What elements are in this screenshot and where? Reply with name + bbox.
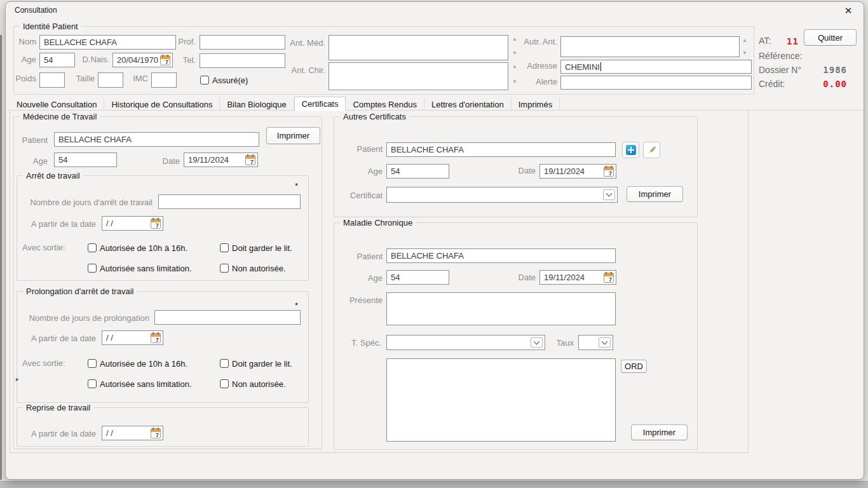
prolongation-option-checkbox-3[interactable] [88, 379, 97, 388]
prolongation-option-checkbox-2[interactable] [220, 359, 229, 368]
arret-option-checkbox-3[interactable] [88, 264, 97, 273]
mc-imprimer-button[interactable]: Imprimer [631, 424, 688, 440]
mt-date-field[interactable]: 19/11/2024 7 [184, 152, 258, 167]
ac-date-field[interactable]: 19/11/2024 7 [539, 164, 616, 179]
ant-chir-spin-up-icon[interactable]: ▲ [512, 64, 517, 69]
tab-certificats[interactable]: Certificats [294, 97, 346, 111]
arret-jours-field[interactable] [158, 194, 301, 209]
ac-imprimer-button[interactable]: Imprimer [627, 186, 683, 202]
tab-bar: Nouvelle Consultation Historique de Cons… [10, 96, 560, 111]
mc-patient-field[interactable]: BELLACHE CHAFA [386, 248, 616, 263]
mt-age-label: Age [20, 156, 48, 166]
prolongation-date-value: / / [106, 333, 113, 342]
quitter-button[interactable]: Quitter [804, 29, 857, 46]
ant-med-spin-down-icon[interactable]: ▼ [512, 51, 517, 56]
prolongation-jours-field[interactable] [154, 310, 301, 325]
calendar-icon[interactable]: 7 [151, 428, 161, 438]
prolongation-jours-label: Nombre de jours de prolongation [24, 313, 149, 323]
prolongation-option-label-1: Autorisée de 10h à 16h. [100, 359, 187, 369]
prolongation-option-label-3: Autorisée sans limitation. [100, 379, 192, 389]
mc-patient-label: Patient [347, 252, 383, 261]
ord-button[interactable]: ORD [621, 360, 647, 373]
age-field[interactable]: 54 [39, 53, 75, 67]
mc-notes-field[interactable] [386, 358, 616, 442]
calendar-icon[interactable]: 7 [160, 55, 170, 65]
arret-date-field[interactable]: / / 7 [102, 216, 163, 231]
mc-date-field[interactable]: 19/11/2024 7 [539, 270, 616, 285]
tel-field[interactable] [200, 53, 285, 68]
autr-ant-spin-down-icon[interactable]: ▼ [742, 51, 747, 56]
certificat-dropdown[interactable] [386, 187, 618, 203]
mt-age-field[interactable]: 54 [54, 152, 117, 167]
prolongation-option-checkbox-4[interactable] [220, 379, 229, 388]
imc-field[interactable] [151, 72, 177, 88]
identite-patient-group: Identité Patient Nom BELLACHE CHAFA Prof… [13, 26, 754, 95]
nom-field[interactable]: BELLACHE CHAFA [39, 35, 176, 50]
tab-lettres-orientation[interactable]: Lettres d'orientation [424, 98, 512, 111]
mc-age-label: Age [347, 273, 383, 283]
mt-patient-field[interactable]: BELLACHE CHAFA [54, 132, 259, 147]
ant-chir-spin-down-icon[interactable]: ▼ [512, 79, 517, 85]
titlebar: Consultation ✕ [6, 2, 864, 18]
calendar-icon[interactable]: 7 [151, 219, 161, 229]
add-patient-button[interactable] [622, 142, 639, 158]
ant-med-field[interactable] [329, 35, 508, 60]
taskbar-strip [0, 481, 868, 488]
reprise-date-value: / / [106, 428, 113, 438]
chevron-down-icon[interactable] [603, 189, 615, 200]
credit-label: Crédit: [759, 79, 785, 89]
prolongation-option-checkbox-1[interactable] [88, 359, 97, 368]
poids-field[interactable] [39, 72, 65, 88]
edit-patient-button[interactable] [643, 142, 660, 158]
tab-imprimes[interactable]: Imprimés [512, 98, 560, 111]
chevron-down-icon[interactable] [599, 337, 611, 348]
mc-tspec-label: T. Spéc. [347, 338, 381, 348]
calendar-icon[interactable]: 7 [604, 273, 614, 283]
taille-field[interactable] [98, 72, 123, 88]
reprise-date-field[interactable]: / / 7 [102, 426, 163, 440]
arret-sortie-label: Avec sortie: [22, 243, 65, 252]
taux-dropdown[interactable] [578, 335, 613, 350]
calendar-icon[interactable]: 7 [604, 166, 614, 177]
arret-option-checkbox-1[interactable] [88, 243, 97, 252]
autr-ant-field[interactable] [560, 36, 740, 57]
alerte-field[interactable] [560, 76, 752, 90]
autr-ant-spin-up-icon[interactable]: ▲ [742, 38, 747, 43]
tab-historique-de-consultations[interactable]: Historique de Consultations [104, 98, 220, 111]
mt-imprimer-button[interactable]: Imprimer [266, 127, 320, 144]
arret-option-checkbox-4[interactable] [220, 264, 229, 273]
plus-icon [626, 145, 636, 155]
arret-option-checkbox-2[interactable] [220, 243, 229, 252]
arret-date-label: A partir de la date [24, 219, 96, 229]
tab-nouvelle-consultation[interactable]: Nouvelle Consultation [10, 98, 104, 111]
tab-comptes-rendus[interactable]: Comptes Rendus [346, 98, 424, 111]
dossier-label: Dossier N° [759, 65, 801, 75]
tspec-dropdown[interactable] [386, 335, 545, 350]
chevron-down-icon[interactable] [531, 337, 543, 348]
prolongation-date-field[interactable]: / / 7 [102, 330, 163, 345]
calendar-icon[interactable]: 7 [151, 333, 161, 343]
adresse-field[interactable]: CHEMINI [560, 60, 752, 74]
prolongation-side-mark: * [15, 376, 18, 386]
prof-field[interactable] [200, 35, 285, 50]
calendar-icon[interactable]: 7 [245, 155, 255, 165]
close-icon[interactable]: ✕ [842, 4, 855, 17]
medecine-travail-group: Médecine de Travail Patient BELLACHE CHA… [13, 116, 322, 449]
prolongation-legend: Prolongation d'arrêt de travail [23, 287, 137, 296]
autres-certificats-group: Autres Certificats Patient BELLACHE CHAF… [334, 116, 698, 217]
mc-presente-field[interactable] [386, 292, 616, 325]
assure-checkbox[interactable] [200, 76, 209, 85]
mc-date-label: Date [518, 273, 536, 282]
dnais-field[interactable]: 20/04/1970 7 [112, 53, 173, 67]
ac-patient-field[interactable]: BELLACHE CHAFA [386, 142, 616, 157]
mc-date-value: 19/11/2024 [544, 273, 585, 282]
ac-age-field[interactable]: 54 [386, 164, 449, 179]
tab-bilan-biologique[interactable]: Bilan Biologique [220, 98, 294, 111]
ant-chir-field[interactable] [329, 62, 508, 90]
poids-label: Poids [15, 74, 36, 83]
at-label: AT: [759, 36, 771, 46]
ant-med-spin-up-icon[interactable]: ▲ [512, 37, 517, 42]
mc-age-field[interactable]: 54 [386, 270, 449, 285]
medecine-travail-legend: Médecine de Travail [20, 112, 100, 121]
autr-ant-label: Autr. Ant. [522, 37, 557, 46]
